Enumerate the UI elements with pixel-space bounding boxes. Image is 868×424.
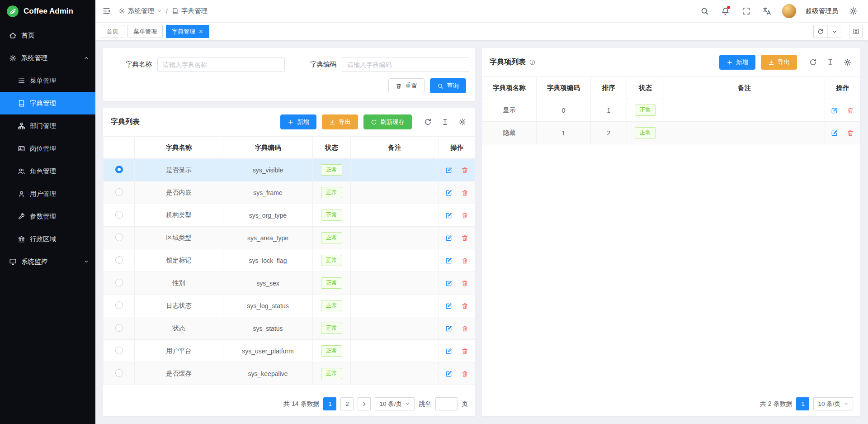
sidebar-item-system[interactable]: 系统管理 — [0, 47, 95, 69]
table-row[interactable]: 用户平台 sys_user_platform 正常 — [104, 340, 475, 362]
info-icon[interactable] — [529, 59, 536, 66]
dict-code-input[interactable] — [342, 57, 469, 72]
query-button[interactable]: 查询 — [430, 78, 466, 93]
sidebar-item-post-mgmt[interactable]: 岗位管理 — [0, 137, 95, 160]
breadcrumb-item-dict[interactable]: 字典管理 — [172, 7, 208, 15]
delete-button[interactable] — [845, 105, 855, 115]
table-row[interactable]: 性别 sys_sex 正常 — [104, 272, 475, 295]
tab-home[interactable]: 首页 — [101, 25, 124, 38]
delete-button[interactable] — [460, 278, 470, 288]
delete-button[interactable] — [460, 324, 470, 333]
row-radio[interactable] — [115, 188, 123, 196]
delete-button[interactable] — [460, 233, 470, 243]
add-item-button[interactable]: 新增 — [719, 55, 755, 70]
content-fullscreen-button[interactable] — [849, 25, 863, 38]
sidebar-item-user-mgmt[interactable]: 用户管理 — [0, 182, 95, 205]
table-row[interactable]: 是否缓存 sys_keepalive 正常 — [104, 362, 475, 385]
settings-button[interactable] — [848, 5, 859, 17]
row-radio[interactable] — [115, 347, 123, 354]
table-row[interactable]: 显示 0 1 正常 — [482, 99, 860, 122]
table-row[interactable]: 锁定标记 sys_lock_flag 正常 — [104, 249, 475, 272]
refresh-cache-button[interactable]: 刷新缓存 — [363, 114, 412, 129]
row-density-button[interactable] — [440, 117, 450, 127]
row-radio[interactable] — [115, 211, 123, 219]
row-radio[interactable] — [115, 369, 123, 377]
sidebar-item-monitor[interactable]: 系统监控 — [0, 250, 95, 273]
column-settings-button[interactable] — [842, 57, 853, 67]
row-radio[interactable] — [115, 256, 123, 264]
tab-menu-mgmt[interactable]: 菜单管理 — [127, 25, 163, 38]
avatar[interactable] — [782, 4, 796, 18]
page-button-2[interactable]: 2 — [340, 397, 354, 410]
dict-name-input[interactable] — [157, 57, 285, 72]
edit-button[interactable] — [830, 105, 840, 115]
row-radio[interactable] — [115, 233, 123, 241]
table-row[interactable]: 是否显示 sys_visible 正常 — [104, 159, 475, 181]
column-settings-button[interactable] — [457, 117, 467, 127]
edit-button[interactable] — [444, 210, 454, 220]
edit-button[interactable] — [444, 233, 454, 243]
fullscreen-button[interactable] — [741, 5, 752, 17]
sidebar-item-role-mgmt[interactable]: 角色管理 — [0, 160, 95, 182]
edit-button[interactable] — [444, 256, 454, 266]
table-row[interactable]: 机构类型 sys_org_type 正常 — [104, 204, 475, 227]
edit-button[interactable] — [444, 369, 454, 379]
refresh-table-button[interactable] — [808, 57, 818, 67]
edit-button[interactable] — [444, 346, 454, 356]
sidebar-item-region-mgmt[interactable]: 行政区域 — [0, 228, 95, 250]
refresh-table-button[interactable] — [423, 117, 433, 127]
refresh-icon — [371, 119, 377, 125]
cell-dict-name: 状态 — [135, 317, 223, 340]
edit-button[interactable] — [444, 324, 454, 333]
delete-button[interactable] — [845, 128, 855, 138]
breadcrumb-item-system[interactable]: 系统管理 — [118, 7, 162, 15]
row-radio[interactable] — [115, 166, 123, 173]
reset-button[interactable]: 重置 — [388, 78, 425, 93]
sidebar-item-dict-mgmt[interactable]: 字典管理 — [0, 92, 95, 114]
delete-button[interactable] — [460, 369, 470, 379]
row-density-button[interactable] — [825, 57, 835, 67]
page-button-1[interactable]: 1 — [323, 397, 336, 410]
delete-button[interactable] — [460, 210, 470, 220]
table-row[interactable]: 日志状态 sys_log_status 正常 — [104, 295, 475, 317]
page-button-1[interactable]: 1 — [796, 397, 809, 410]
tab-dict-mgmt[interactable]: 字典管理 — [166, 25, 209, 38]
sidebar-item-param-mgmt[interactable]: 参数管理 — [0, 205, 95, 228]
sidebar-item-dept-mgmt[interactable]: 部门管理 — [0, 114, 95, 137]
notifications-button[interactable] — [720, 5, 731, 17]
tab-options-button[interactable] — [827, 25, 841, 38]
page-size-select[interactable]: 10 条/页 — [375, 397, 415, 410]
edit-button[interactable] — [444, 278, 454, 288]
row-radio[interactable] — [115, 324, 123, 332]
export-dict-button[interactable]: 导出 — [322, 114, 358, 129]
refresh-tab-button[interactable] — [814, 25, 827, 38]
delete-button[interactable] — [460, 301, 470, 311]
table-row[interactable]: 隐藏 1 2 正常 — [482, 122, 860, 144]
table-row[interactable]: 区域类型 sys_area_type 正常 — [104, 227, 475, 249]
table-row[interactable]: 状态 sys_status 正常 — [104, 317, 475, 340]
language-button[interactable] — [761, 5, 773, 17]
delete-button[interactable] — [460, 188, 470, 198]
edit-button[interactable] — [444, 165, 454, 175]
edit-button[interactable] — [444, 188, 454, 198]
page-jump-input[interactable] — [435, 397, 458, 410]
search-button[interactable] — [699, 5, 710, 17]
edit-button[interactable] — [830, 128, 840, 138]
page-size-select[interactable]: 10 条/页 — [813, 397, 853, 410]
row-radio[interactable] — [115, 301, 123, 309]
logo[interactable]: Coffee Admin — [0, 0, 95, 22]
table-row[interactable]: 是否内嵌 sys_frame 正常 — [104, 181, 475, 204]
add-dict-button[interactable]: 新增 — [280, 114, 316, 129]
next-page-button[interactable] — [358, 397, 371, 410]
close-icon[interactable] — [198, 29, 203, 34]
row-radio[interactable] — [115, 279, 123, 286]
sidebar-item-home[interactable]: 首页 — [0, 24, 95, 47]
delete-button[interactable] — [460, 346, 470, 356]
collapse-menu-button[interactable] — [101, 5, 112, 17]
delete-button[interactable] — [460, 165, 470, 175]
delete-button[interactable] — [460, 256, 470, 266]
edit-button[interactable] — [444, 301, 454, 311]
export-item-button[interactable]: 导出 — [761, 55, 797, 70]
sidebar-item-menu-mgmt[interactable]: 菜单管理 — [0, 69, 95, 92]
username[interactable]: 超级管理员 — [806, 7, 839, 15]
